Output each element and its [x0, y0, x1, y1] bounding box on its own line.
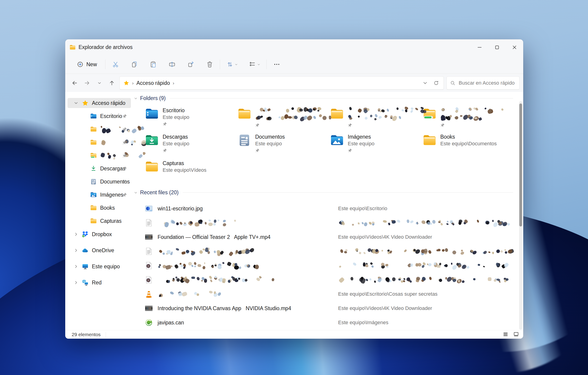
sidebar-item-dropbox[interactable]: Dropbox	[68, 229, 131, 239]
sidebar-item-onedrive[interactable]: OneDrive	[68, 245, 131, 255]
breadcrumb-quick-access[interactable]: Acceso rápido	[136, 80, 170, 86]
censored-path	[440, 114, 493, 120]
file-row-nvidia-canvas[interactable]: Introducing the NVIDIA Canvas App NVIDIA…	[132, 301, 518, 315]
sidebar-item-label: Red	[92, 280, 102, 286]
rename-button[interactable]	[166, 58, 178, 70]
refresh-button[interactable]	[431, 77, 442, 88]
file-row-censored[interactable]	[132, 273, 518, 287]
copy-button[interactable]	[128, 58, 141, 70]
back-button[interactable]	[68, 77, 81, 89]
folder-tile-censored[interactable]	[422, 107, 513, 133]
sidebar-item-label: Capturas	[100, 218, 122, 224]
forward-button[interactable]	[81, 77, 93, 89]
pin-icon	[122, 153, 127, 158]
censored-name	[255, 107, 324, 113]
chevron-right-icon[interactable]	[74, 232, 79, 237]
paste-button[interactable]	[147, 58, 160, 70]
file-path: Este equipo\Escritorio	[338, 206, 518, 211]
image-document-icon	[145, 276, 153, 284]
folder-tile-escritorio[interactable]: Escritorio Este equipo	[145, 107, 235, 133]
downloads-folder-icon	[145, 133, 159, 147]
censored-name	[440, 107, 505, 113]
minimize-button[interactable]	[471, 39, 488, 55]
file-row-censored[interactable]	[132, 244, 518, 258]
chevron-right-icon[interactable]	[74, 248, 79, 253]
file-path: Este equipo\Imágenes	[338, 320, 518, 326]
censored-path	[255, 114, 331, 120]
list-view-icon	[503, 331, 509, 337]
file-row-censored-vlc[interactable]: Este equipo\Escritorio\Cosas super secre…	[132, 287, 518, 301]
folder-icon	[90, 218, 97, 224]
scrollbar-thumb[interactable]	[519, 103, 522, 226]
sidebar-item-red[interactable]: Red	[68, 277, 131, 288]
folder-tile-documentos[interactable]: Documentos Este equipo	[237, 133, 327, 160]
close-button[interactable]	[506, 39, 523, 55]
sidebar-item-escritorio[interactable]: Escritorio	[68, 111, 131, 121]
chevron-down-icon[interactable]	[134, 191, 138, 195]
section-divider	[170, 98, 513, 99]
chevron-right-icon[interactable]	[74, 264, 79, 269]
new-button[interactable]: New	[72, 59, 102, 70]
download-arrow-icon	[90, 165, 97, 172]
maximize-button[interactable]	[488, 39, 506, 55]
sidebar-item-acceso-rapido[interactable]: Acceso rápido	[68, 98, 131, 108]
view-button[interactable]	[246, 58, 263, 70]
sidebar-item-censored[interactable]	[68, 124, 131, 134]
chevron-down-icon[interactable]	[134, 96, 138, 100]
file-name: Foundation — Official Teaser 2 Apple TV+…	[158, 234, 271, 240]
delete-button[interactable]	[203, 58, 216, 70]
desktop: Explorador de archivos New	[0, 0, 588, 375]
search-input[interactable]	[458, 80, 517, 86]
details-view-button[interactable]	[501, 331, 510, 338]
chevron-right-icon[interactable]	[74, 280, 79, 285]
censored-name	[348, 107, 426, 113]
address-bar[interactable]: › Acceso rápido ›	[119, 76, 444, 90]
pin-icon	[122, 114, 127, 119]
sidebar-item-label: Acceso rápido	[92, 100, 126, 106]
sidebar-item-books[interactable]: Books	[68, 203, 131, 213]
vertical-scrollbar[interactable]	[519, 101, 522, 330]
sidebar-item-imagenes[interactable]: Imágenes	[68, 190, 131, 200]
search-box[interactable]	[447, 76, 520, 90]
file-row-foundation-teaser[interactable]: Foundation — Official Teaser 2 Apple TV+…	[132, 230, 518, 244]
censored-name	[158, 219, 242, 226]
folder-tile-censored[interactable]	[237, 107, 327, 133]
plus-circle-icon	[77, 61, 84, 68]
sidebar-item-censored[interactable]	[68, 150, 131, 160]
chevron-down-icon	[257, 63, 261, 66]
folder-tile-name: Imágenes	[348, 133, 374, 140]
cut-button[interactable]	[109, 58, 122, 70]
pin-icon	[255, 123, 260, 127]
copy-icon	[131, 61, 138, 68]
share-button[interactable]	[184, 58, 197, 70]
sidebar-item-capturas[interactable]: Capturas	[68, 216, 131, 226]
large-icons-view-button[interactable]	[512, 331, 520, 338]
folder-tile-capturas[interactable]: Capturas Este equipo\Vídeos	[145, 160, 235, 186]
file-path: Este equipo\Vídeos\4K Video Downloader	[338, 234, 518, 240]
titlebar[interactable]: Explorador de archivos	[65, 39, 523, 55]
breadcrumb-separator[interactable]: ›	[173, 80, 174, 86]
recent-files-header-label: Recent files (20)	[140, 189, 178, 196]
file-row-censored[interactable]	[132, 216, 518, 230]
pin-icon	[163, 148, 167, 153]
folder-tile-censored[interactable]	[330, 107, 420, 133]
censored-name	[158, 290, 224, 298]
folder-tile-path: Este equipo\Vídeos	[163, 167, 207, 173]
folder-icon	[90, 126, 97, 133]
more-options-button[interactable]	[270, 58, 283, 70]
address-dropdown-button[interactable]	[420, 77, 431, 88]
sidebar-item-descargas[interactable]: Descargas	[68, 164, 131, 174]
chevron-down-icon[interactable]	[74, 100, 79, 106]
sidebar-item-este-equipo[interactable]: Este equipo	[68, 261, 131, 272]
folder-tile-descargas[interactable]: Descargas Este equipo	[145, 133, 235, 160]
folder-tile-imagenes[interactable]: Imágenes Este equipo	[330, 133, 420, 160]
file-row-javipas-can[interactable]: javipas.can Este equipo\Imágenes	[132, 315, 518, 330]
sidebar-item-documentos[interactable]: Documentos	[68, 176, 131, 187]
folder-tile-books[interactable]: Books Este equipo\Documentos	[422, 133, 513, 160]
file-row-win11-escritorio[interactable]: win11-escritorio.jpg Este equipo\Escrito…	[132, 201, 518, 216]
up-button[interactable]	[106, 77, 118, 89]
recent-locations-button[interactable]	[93, 77, 106, 89]
sidebar-item-censored[interactable]	[68, 137, 131, 147]
sort-button[interactable]	[224, 58, 240, 70]
file-row-censored[interactable]	[132, 258, 518, 273]
